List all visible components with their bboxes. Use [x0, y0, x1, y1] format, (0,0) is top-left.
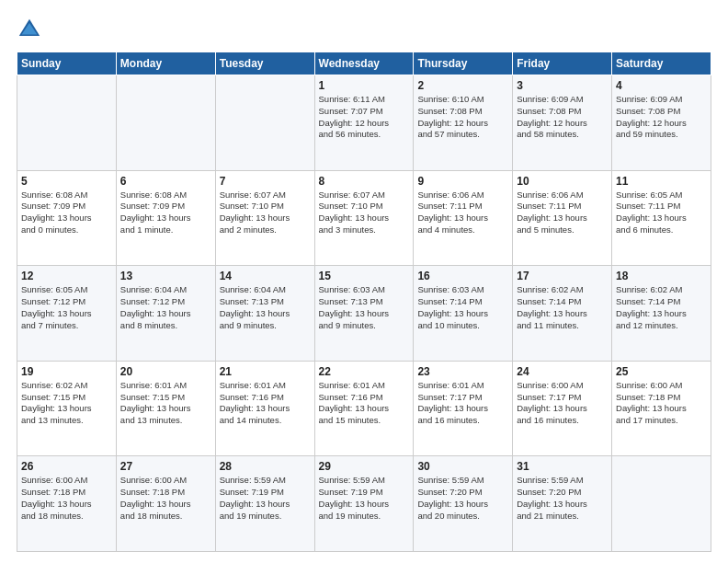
- day-number: 30: [417, 460, 508, 473]
- day-number: 16: [417, 270, 508, 282]
- day-number: 24: [517, 365, 608, 378]
- day-number: 29: [319, 460, 410, 473]
- day-number: 5: [21, 175, 112, 188]
- day-info: Sunrise: 6:00 AM Sunset: 7:18 PM Dayligh…: [21, 475, 112, 522]
- calendar-day: 30Sunrise: 5:59 AM Sunset: 7:20 PM Dayli…: [414, 456, 513, 552]
- weekday-header: Monday: [116, 52, 215, 75]
- day-info: Sunrise: 6:07 AM Sunset: 7:10 PM Dayligh…: [220, 190, 311, 236]
- day-info: Sunrise: 6:02 AM Sunset: 7:14 PM Dayligh…: [616, 284, 707, 331]
- day-number: 20: [120, 365, 211, 378]
- calendar-day: 8Sunrise: 6:07 AM Sunset: 7:10 PM Daylig…: [314, 170, 414, 266]
- day-info: Sunrise: 6:10 AM Sunset: 7:08 PM Dayligh…: [417, 94, 508, 141]
- calendar-day: 3Sunrise: 6:09 AM Sunset: 7:08 PM Daylig…: [513, 75, 612, 171]
- weekday-header: Sunday: [17, 52, 117, 75]
- calendar-week: 12Sunrise: 6:05 AM Sunset: 7:12 PM Dayli…: [17, 266, 711, 362]
- day-info: Sunrise: 5:59 AM Sunset: 7:20 PM Dayligh…: [517, 475, 608, 522]
- calendar-day: 14Sunrise: 6:04 AM Sunset: 7:13 PM Dayli…: [215, 266, 314, 362]
- day-number: 22: [319, 365, 410, 378]
- weekday-header: Thursday: [414, 52, 513, 75]
- day-info: Sunrise: 6:00 AM Sunset: 7:18 PM Dayligh…: [120, 475, 211, 522]
- calendar-day: 15Sunrise: 6:03 AM Sunset: 7:13 PM Dayli…: [314, 266, 414, 362]
- day-info: Sunrise: 6:09 AM Sunset: 7:08 PM Dayligh…: [517, 94, 608, 141]
- weekday-header: Friday: [513, 52, 612, 75]
- calendar-day: 20Sunrise: 6:01 AM Sunset: 7:15 PM Dayli…: [116, 361, 215, 456]
- day-number: 31: [517, 460, 608, 473]
- day-info: Sunrise: 5:59 AM Sunset: 7:20 PM Dayligh…: [417, 475, 508, 522]
- day-info: Sunrise: 6:02 AM Sunset: 7:14 PM Dayligh…: [517, 284, 608, 331]
- calendar-week: 5Sunrise: 6:08 AM Sunset: 7:09 PM Daylig…: [17, 170, 711, 266]
- calendar-day: 10Sunrise: 6:06 AM Sunset: 7:11 PM Dayli…: [513, 170, 612, 266]
- day-info: Sunrise: 6:07 AM Sunset: 7:10 PM Dayligh…: [319, 190, 410, 236]
- day-number: 21: [220, 365, 311, 378]
- day-number: 9: [417, 175, 508, 188]
- day-info: Sunrise: 5:59 AM Sunset: 7:19 PM Dayligh…: [319, 475, 410, 522]
- day-number: 17: [517, 270, 608, 282]
- weekday-row: SundayMondayTuesdayWednesdayThursdayFrid…: [17, 52, 711, 75]
- calendar-day: 29Sunrise: 5:59 AM Sunset: 7:19 PM Dayli…: [314, 456, 414, 552]
- calendar-day: 27Sunrise: 6:00 AM Sunset: 7:18 PM Dayli…: [116, 456, 215, 552]
- calendar-day: 2Sunrise: 6:10 AM Sunset: 7:08 PM Daylig…: [414, 75, 513, 171]
- calendar-day: 19Sunrise: 6:02 AM Sunset: 7:15 PM Dayli…: [17, 361, 117, 456]
- day-info: Sunrise: 6:04 AM Sunset: 7:13 PM Dayligh…: [220, 284, 311, 331]
- day-number: 4: [616, 79, 707, 92]
- weekday-header: Tuesday: [215, 52, 314, 75]
- calendar-day: 24Sunrise: 6:00 AM Sunset: 7:17 PM Dayli…: [513, 361, 612, 456]
- day-info: Sunrise: 6:08 AM Sunset: 7:09 PM Dayligh…: [21, 190, 112, 236]
- calendar-day: 17Sunrise: 6:02 AM Sunset: 7:14 PM Dayli…: [513, 266, 612, 362]
- day-number: 3: [517, 79, 608, 92]
- day-number: 1: [319, 79, 410, 92]
- calendar-day: 7Sunrise: 6:07 AM Sunset: 7:10 PM Daylig…: [215, 170, 314, 266]
- calendar-day: 18Sunrise: 6:02 AM Sunset: 7:14 PM Dayli…: [612, 266, 711, 362]
- day-number: 12: [21, 270, 112, 282]
- calendar-day: 22Sunrise: 6:01 AM Sunset: 7:16 PM Dayli…: [314, 361, 414, 456]
- calendar-day: [612, 456, 711, 552]
- day-info: Sunrise: 6:06 AM Sunset: 7:11 PM Dayligh…: [417, 190, 508, 236]
- calendar: SundayMondayTuesdayWednesdayThursdayFrid…: [17, 52, 711, 552]
- day-number: 18: [616, 270, 707, 282]
- day-number: 7: [220, 175, 311, 188]
- day-info: Sunrise: 6:02 AM Sunset: 7:15 PM Dayligh…: [21, 380, 112, 427]
- day-info: Sunrise: 6:00 AM Sunset: 7:17 PM Dayligh…: [517, 380, 608, 427]
- calendar-day: 13Sunrise: 6:04 AM Sunset: 7:12 PM Dayli…: [116, 266, 215, 362]
- day-number: 25: [616, 365, 707, 378]
- calendar-day: 5Sunrise: 6:08 AM Sunset: 7:09 PM Daylig…: [17, 170, 117, 266]
- day-info: Sunrise: 6:01 AM Sunset: 7:16 PM Dayligh…: [220, 380, 311, 427]
- day-number: 26: [21, 460, 112, 473]
- day-info: Sunrise: 6:05 AM Sunset: 7:11 PM Dayligh…: [616, 190, 707, 236]
- day-info: Sunrise: 6:03 AM Sunset: 7:14 PM Dayligh…: [417, 284, 508, 331]
- weekday-header: Wednesday: [314, 52, 414, 75]
- calendar-day: 25Sunrise: 6:00 AM Sunset: 7:18 PM Dayli…: [612, 361, 711, 456]
- weekday-header: Saturday: [612, 52, 711, 75]
- day-number: 14: [220, 270, 311, 282]
- day-info: Sunrise: 6:03 AM Sunset: 7:13 PM Dayligh…: [319, 284, 410, 331]
- day-number: 6: [120, 175, 211, 188]
- page: SundayMondayTuesdayWednesdayThursdayFrid…: [0, 0, 728, 563]
- calendar-day: 12Sunrise: 6:05 AM Sunset: 7:12 PM Dayli…: [17, 266, 117, 362]
- day-number: 28: [220, 460, 311, 473]
- day-number: 11: [616, 175, 707, 188]
- calendar-week: 19Sunrise: 6:02 AM Sunset: 7:15 PM Dayli…: [17, 361, 711, 456]
- day-info: Sunrise: 6:01 AM Sunset: 7:17 PM Dayligh…: [417, 380, 508, 427]
- day-number: 27: [120, 460, 211, 473]
- day-number: 8: [319, 175, 410, 188]
- calendar-day: 23Sunrise: 6:01 AM Sunset: 7:17 PM Dayli…: [414, 361, 513, 456]
- day-info: Sunrise: 6:08 AM Sunset: 7:09 PM Dayligh…: [120, 190, 211, 236]
- calendar-day: [17, 75, 117, 171]
- calendar-day: 31Sunrise: 5:59 AM Sunset: 7:20 PM Dayli…: [513, 456, 612, 552]
- calendar-day: 9Sunrise: 6:06 AM Sunset: 7:11 PM Daylig…: [414, 170, 513, 266]
- day-info: Sunrise: 6:01 AM Sunset: 7:16 PM Dayligh…: [319, 380, 410, 427]
- day-number: 23: [417, 365, 508, 378]
- logo: [17, 17, 46, 42]
- day-info: Sunrise: 6:01 AM Sunset: 7:15 PM Dayligh…: [120, 380, 211, 427]
- calendar-day: [116, 75, 215, 171]
- calendar-day: 26Sunrise: 6:00 AM Sunset: 7:18 PM Dayli…: [17, 456, 117, 552]
- calendar-day: 21Sunrise: 6:01 AM Sunset: 7:16 PM Dayli…: [215, 361, 314, 456]
- day-number: 19: [21, 365, 112, 378]
- calendar-body: 1Sunrise: 6:11 AM Sunset: 7:07 PM Daylig…: [17, 75, 711, 552]
- logo-icon: [17, 17, 42, 42]
- calendar-day: 16Sunrise: 6:03 AM Sunset: 7:14 PM Dayli…: [414, 266, 513, 362]
- calendar-day: 1Sunrise: 6:11 AM Sunset: 7:07 PM Daylig…: [314, 75, 414, 171]
- day-info: Sunrise: 6:06 AM Sunset: 7:11 PM Dayligh…: [517, 190, 608, 236]
- day-info: Sunrise: 6:00 AM Sunset: 7:18 PM Dayligh…: [616, 380, 707, 427]
- calendar-day: 6Sunrise: 6:08 AM Sunset: 7:09 PM Daylig…: [116, 170, 215, 266]
